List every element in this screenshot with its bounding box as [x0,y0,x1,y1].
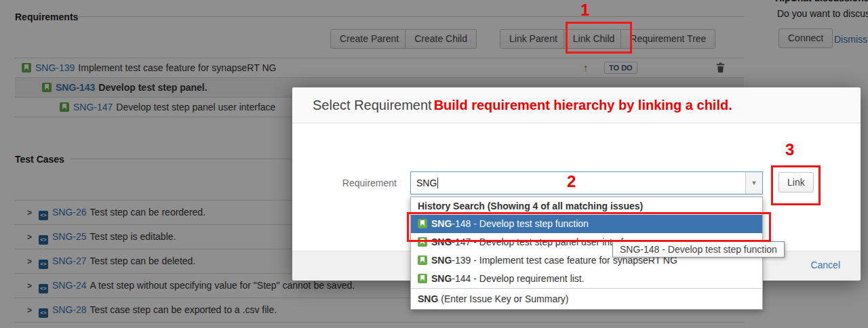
annotation-box-link-child [566,22,632,54]
annotation-number-3: 3 [785,140,794,159]
annotation-number-1: 1 [580,1,589,20]
annotation-number-2: 2 [567,172,576,191]
annotation-note: Build requirement hierarchy by linking a… [434,98,732,112]
issue-key: SNG [431,273,452,284]
text-caret [437,178,438,188]
suggestion-tooltip: SNG-148 - Develop test step function [612,241,785,258]
requirement-field-label: Requirement [333,171,397,194]
annotation-box-link-button [771,165,821,205]
issue-key: SNG [431,255,452,266]
dialog-title: Select Requirement [313,98,432,112]
requirement-icon [418,255,427,265]
hint-key: SNG [418,293,438,304]
dropdown-hint: SNG (Enter Issue Key or Summary) [411,288,762,309]
annotation-box-selected-item [407,212,771,242]
dialog-header: Select RequirementBuild requirement hier… [292,87,861,123]
requirement-icon [418,274,427,283]
issue-summary: -144 - Develop requirement list. [452,273,584,284]
hint-text: (Enter Issue Key or Summary) [438,293,568,304]
requirement-input[interactable]: SNG ▼ [410,171,763,194]
dropdown-toggle-icon[interactable]: ▼ [745,172,762,194]
requirement-input-value: SNG [416,178,437,188]
cancel-link[interactable]: Cancel [810,260,840,270]
dropdown-item-sng-144[interactable]: SNG-144 - Develop requirement list. [411,270,762,288]
